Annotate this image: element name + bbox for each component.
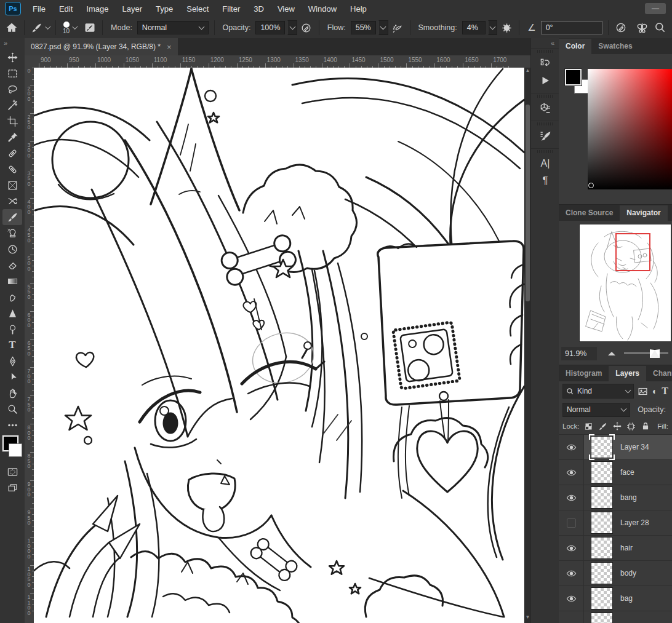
layer-thumbnail[interactable] [591,587,613,609]
menu-item-edit[interactable]: Edit [52,0,79,17]
menu-item-type[interactable]: Type [149,0,180,17]
canvas[interactable] [34,68,525,623]
layer-visibility-toggle[interactable] [559,460,584,485]
3d-panel-icon[interactable] [535,100,556,117]
filter-adjustment-icon[interactable]: ◐ [652,384,658,398]
character-panel-icon[interactable]: A| [535,155,556,172]
screen-mode-button[interactable] [2,480,22,496]
scroll-up-icon[interactable]: ▲ [525,68,530,74]
healing-brush-tool[interactable] [2,161,22,177]
tab-swatches[interactable]: Swatches [591,39,639,54]
navigator-viewbox[interactable] [615,233,650,271]
layer-thumbnail[interactable] [591,537,613,559]
brush-preview[interactable]: 10 [63,22,70,34]
pen-tool[interactable] [2,353,22,369]
history-panel-icon[interactable] [535,55,556,72]
layer-row-bang[interactable]: bang [559,485,672,510]
clone-stamp-tool[interactable] [2,225,22,241]
background-color-swatch[interactable] [9,443,22,457]
foreground-color-swatch[interactable] [565,69,582,85]
gradient-tool[interactable] [2,273,22,289]
scroll-down-icon[interactable]: ▼ [525,614,530,621]
brush-tool-chevron-icon[interactable] [45,24,50,30]
layer-visibility-toggle[interactable] [559,561,584,585]
navigator-thumbnail[interactable] [580,224,671,341]
navigator-zoom-slider[interactable] [624,347,668,360]
tab-layers[interactable]: Layers [609,366,646,381]
brush-preview-chevron-icon[interactable] [73,24,78,30]
layer-row-hair[interactable]: hair [559,536,672,561]
content-aware-move-tool[interactable] [2,193,22,209]
color-picker-marker[interactable] [588,183,594,188]
smoothing-field[interactable]: 4% [462,21,486,34]
document-tab[interactable]: 0827.psd @ 91.9% (Layer 34, RGB/8) * × [25,38,178,55]
layer-row-layer-28[interactable]: Layer 28 [559,510,672,536]
smoothing-chevron-icon[interactable] [488,20,498,35]
layer-thumbnail[interactable] [591,461,613,483]
frame-tool[interactable] [2,177,22,193]
spot-healing-tool[interactable] [2,145,22,161]
gear-icon[interactable] [500,20,513,36]
color-gradient-picker[interactable] [588,69,672,189]
brush-settings-panel-icon[interactable] [535,127,556,145]
menu-item-help[interactable]: Help [343,0,374,17]
tablet-pressure-opacity-icon[interactable] [300,20,313,36]
menu-item-view[interactable]: View [271,0,302,17]
tab-clone-source[interactable]: Clone Source [559,205,620,221]
sharpen-tool[interactable] [2,305,22,321]
zoom-out-icon[interactable] [608,352,615,355]
more-tools-tool[interactable] [2,417,22,433]
move-tool[interactable] [2,49,22,65]
smudge-tool[interactable] [2,289,22,305]
dodge-tool[interactable] [2,321,22,337]
layer-visibility-toggle[interactable] [559,536,584,560]
layer-row-partial[interactable] [559,611,672,623]
ruler-corner[interactable] [25,55,34,68]
tab-histogram[interactable]: Histogram [559,366,609,381]
layer-visibility-toggle[interactable] [559,510,584,535]
scrollbar-thumb[interactable] [526,105,530,301]
tablet-pressure-size-icon[interactable] [614,20,628,36]
search-icon[interactable] [654,20,667,36]
layer-visibility-toggle[interactable] [559,435,584,459]
toggle-brush-panel-icon[interactable] [83,20,97,36]
flow-field[interactable]: 55% [351,21,376,34]
layer-thumbnail[interactable] [591,613,613,623]
filter-type-icon[interactable]: T [662,384,668,398]
crop-tool[interactable] [2,113,22,129]
minimize-button[interactable]: — [645,3,666,14]
mode-select[interactable]: Normal [137,21,209,34]
eraser-tool[interactable] [2,257,22,273]
vertical-ruler[interactable]: 1502002503003504004505005506006507007508… [25,68,34,623]
menu-item-file[interactable]: File [26,0,52,17]
quick-selection-tool[interactable] [2,97,22,113]
path-select-tool[interactable] [2,369,22,385]
eyedropper-tool[interactable] [2,129,22,145]
opacity-chevron-icon[interactable] [287,20,297,35]
layer-row-face[interactable]: face [559,460,672,485]
symmetry-icon[interactable] [635,20,649,36]
close-tab-icon[interactable]: × [167,42,172,52]
navigator-zoom-field[interactable]: 91.9% [561,347,597,360]
quick-mask-button[interactable] [2,464,22,480]
blend-mode-select[interactable]: Normal [562,403,630,417]
toolbar-collapse-icon[interactable]: » [0,38,10,49]
lock-move-icon[interactable] [612,421,622,432]
airbrush-icon[interactable] [391,20,404,36]
menu-item-filter[interactable]: Filter [215,0,247,17]
tab-navigator[interactable]: Navigator [620,205,667,221]
menu-item-image[interactable]: Image [79,0,115,17]
layer-row-bag[interactable]: bag [559,586,672,611]
flow-chevron-icon[interactable] [378,20,388,35]
lock-all-icon[interactable] [641,421,650,432]
actions-panel-icon[interactable] [535,72,556,89]
zoom-tool[interactable] [2,401,22,417]
brush-tool-icon[interactable] [30,20,44,36]
layer-thumbnail[interactable] [591,562,613,584]
dock-collapse-icon[interactable]: « [551,38,559,48]
layer-row-layer-34[interactable]: Layer 34 [559,435,672,460]
layer-row-body[interactable]: body [559,561,672,586]
layer-thumbnail[interactable] [591,512,613,534]
type-tool[interactable]: T [2,337,22,353]
lock-paint-icon[interactable] [598,421,608,432]
